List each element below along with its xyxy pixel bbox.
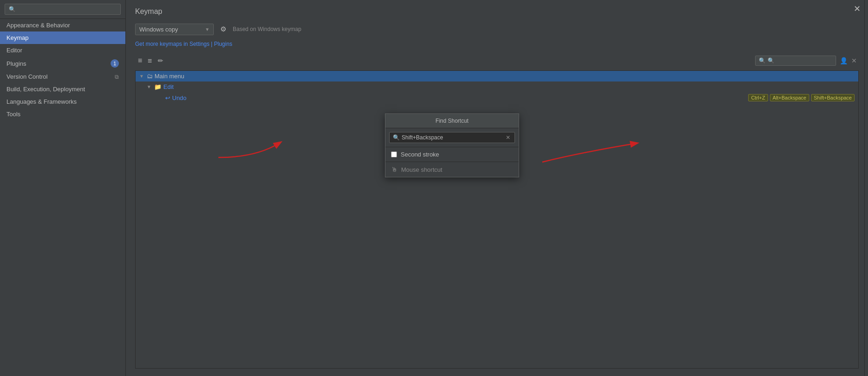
- sidebar-search-container: [0, 0, 125, 19]
- sidebar: Appearance & Behavior Keymap Editor Plug…: [0, 0, 126, 376]
- sidebar-item-appearance[interactable]: Appearance & Behavior: [0, 19, 125, 31]
- expand-all-button[interactable]: ≡: [135, 55, 145, 67]
- version-control-icon: ⧉: [115, 74, 119, 80]
- settings-window: ✕ Appearance & Behavior Keymap Editor Pl…: [0, 0, 868, 376]
- popup-clear-button[interactable]: ✕: [505, 134, 511, 141]
- shortcut-shift-backspace: Shift+Backspace: [811, 94, 855, 101]
- page-title: Keymap: [135, 7, 859, 16]
- keymap-search-input[interactable]: [768, 57, 832, 64]
- edit-expand-icon: ▼: [147, 84, 152, 89]
- sidebar-item-languages[interactable]: Languages & Frameworks: [0, 95, 125, 108]
- tree-row-edit[interactable]: ▼ 📁 Edit: [136, 81, 858, 92]
- main-menu-icon: 🗂: [147, 73, 153, 80]
- search-icon: 🔍: [759, 57, 766, 64]
- popup-second-stroke-row: Second stroke: [385, 147, 519, 162]
- second-stroke-label: Second stroke: [401, 151, 439, 158]
- popup-search-icon: 🔍: [393, 134, 400, 141]
- undo-shortcut-tags: Ctrl+Z Alt+Backspace Shift+Backspace: [748, 94, 855, 101]
- sidebar-item-tools[interactable]: Tools: [0, 108, 125, 120]
- plugins-badge: 1: [111, 59, 119, 68]
- tree-row-main-menu[interactable]: ▼ 🗂 Main menu: [136, 71, 858, 81]
- keymap-toolbar: ≡ ≡ ✏ 🔍 👤 ✕: [135, 55, 859, 67]
- popup-search-input[interactable]: [402, 134, 503, 141]
- keymap-gear-button[interactable]: ⚙: [218, 23, 228, 35]
- sidebar-item-build[interactable]: Build, Execution, Deployment: [0, 83, 125, 95]
- popup-mouse-shortcut-row[interactable]: 🖱 Mouse shortcut: [385, 162, 519, 177]
- collapse-all-button[interactable]: ≡: [145, 55, 155, 67]
- sidebar-item-editor[interactable]: Editor: [0, 44, 125, 56]
- undo-action-icon: ↩: [165, 94, 170, 101]
- shortcut-alt-backspace: Alt+Backspace: [770, 94, 809, 101]
- keymap-top-bar: Windows copy ▼ ⚙ Based on Windows keymap: [135, 23, 859, 35]
- main-content: Keymap Windows copy ▼ ⚙ Based on Windows…: [126, 0, 868, 376]
- right-scrollbar[interactable]: [864, 0, 868, 376]
- main-menu-expand-icon: ▼: [139, 74, 145, 79]
- popup-search-area: 🔍 ✕: [385, 128, 519, 147]
- find-shortcut-popup: Find Shortcut 🔍 ✕ Second stroke 🖱 Mouse …: [385, 113, 519, 177]
- popup-title: Find Shortcut: [385, 114, 519, 128]
- mouse-shortcut-label: Mouse shortcut: [401, 166, 442, 173]
- sidebar-item-version-control[interactable]: Version Control ⧉: [0, 70, 125, 83]
- second-stroke-checkbox[interactable]: [391, 151, 397, 157]
- close-button[interactable]: ✕: [854, 4, 861, 14]
- get-more-keymaps-link[interactable]: Get more keymaps in Settings | Plugins: [135, 41, 859, 47]
- sidebar-item-plugins[interactable]: Plugins 1: [0, 56, 125, 70]
- search-user-icon[interactable]: 👤: [838, 55, 849, 66]
- sidebar-search-input[interactable]: [5, 4, 121, 15]
- dropdown-arrow-icon: ▼: [205, 27, 210, 32]
- keymap-search-box: 🔍: [755, 56, 836, 66]
- edit-folder-icon: 📁: [154, 83, 161, 90]
- sidebar-item-keymap[interactable]: Keymap: [0, 31, 125, 44]
- edit-shortcut-button[interactable]: ✏: [155, 55, 166, 66]
- keymap-dropdown-value: Windows copy: [139, 26, 202, 33]
- shortcut-ctrl-z: Ctrl+Z: [748, 94, 768, 101]
- based-on-text: Based on Windows keymap: [233, 26, 301, 32]
- tree-row-undo[interactable]: ▶ ↩ Undo Ctrl+Z Alt+Backspace Shift+Back…: [136, 92, 858, 103]
- main-menu-label: Main menu: [155, 73, 184, 80]
- popup-search-inner: 🔍 ✕: [389, 132, 515, 143]
- undo-label: Undo: [172, 94, 748, 101]
- keymap-dropdown[interactable]: Windows copy ▼: [135, 24, 214, 35]
- search-close-button[interactable]: ✕: [849, 55, 859, 66]
- edit-label: Edit: [163, 83, 855, 90]
- mouse-icon: 🖱: [391, 166, 397, 173]
